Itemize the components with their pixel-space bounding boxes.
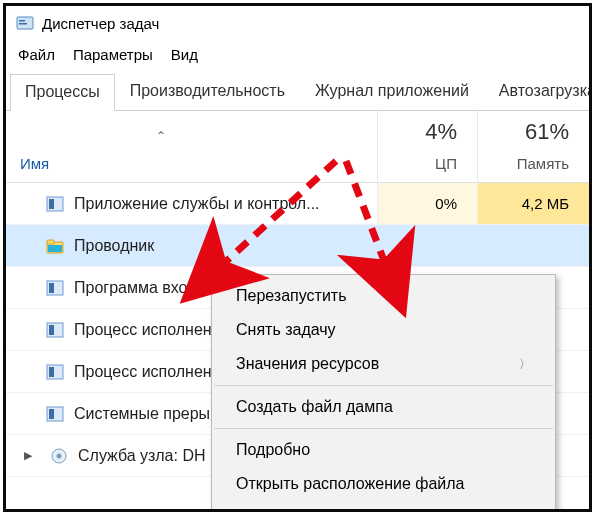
header-mem-label: Память [478, 155, 569, 172]
svg-rect-4 [49, 199, 54, 209]
header-cpu-pct: 4% [378, 119, 457, 145]
separator [214, 385, 553, 386]
app-icon [46, 321, 64, 339]
svg-rect-1 [19, 20, 25, 22]
header-mem-pct: 61% [478, 119, 569, 145]
process-name: Программа входа [74, 279, 205, 297]
mem-cell: 4,2 МБ [477, 183, 589, 224]
app-icon [46, 363, 64, 381]
column-headers: ⌃ Имя 4% ЦП 61% Память [6, 111, 589, 183]
app-icon [46, 279, 64, 297]
header-memory[interactable]: 61% Память [477, 111, 589, 182]
svg-rect-13 [49, 367, 54, 377]
header-name-label: Имя [20, 155, 377, 172]
header-cpu-label: ЦП [378, 155, 457, 172]
tab-app-history[interactable]: Журнал приложений [300, 73, 484, 110]
svg-rect-15 [49, 409, 54, 419]
header-name[interactable]: ⌃ Имя [6, 111, 377, 182]
header-cpu[interactable]: 4% ЦП [377, 111, 477, 182]
svg-rect-2 [19, 23, 27, 25]
table-row[interactable]: Проводник [6, 225, 589, 267]
app-icon [46, 195, 64, 213]
process-name: Служба узла: DH [78, 447, 205, 465]
cpu-cell: 0% [377, 183, 477, 224]
process-name: Процесс исполнения [74, 363, 229, 381]
process-name: Приложение службы и контрол... [74, 195, 320, 213]
tab-strip: Процессы Производительность Журнал прило… [6, 73, 589, 111]
ctx-create-dump[interactable]: Создать файл дампа [212, 390, 555, 424]
menubar: Файл Параметры Вид [6, 40, 589, 73]
process-name: Проводник [74, 237, 154, 255]
tab-performance[interactable]: Производительность [115, 73, 300, 110]
context-menu: Перезапустить Снять задачу Значения ресу… [211, 274, 556, 512]
sort-caret-icon: ⌃ [156, 129, 166, 143]
titlebar: Диспетчер задач [6, 6, 589, 40]
svg-rect-7 [48, 245, 62, 252]
window-title: Диспетчер задач [42, 15, 159, 32]
process-name: Процесс исполнения [74, 321, 229, 339]
ctx-end-task[interactable]: Снять задачу [212, 313, 555, 347]
table-row[interactable]: Приложение службы и контрол... 0% 4,2 МБ [6, 183, 589, 225]
svg-rect-9 [49, 283, 54, 293]
tab-processes[interactable]: Процессы [10, 74, 115, 111]
explorer-icon [46, 237, 64, 255]
ctx-details[interactable]: Подробно [212, 433, 555, 467]
task-manager-icon [16, 14, 34, 32]
gear-icon [50, 447, 68, 465]
tab-startup[interactable]: Автозагрузка [484, 73, 592, 110]
separator [214, 428, 553, 429]
task-manager-window: Диспетчер задач Файл Параметры Вид Проце… [3, 3, 592, 512]
chevron-right-icon[interactable]: ▶ [24, 449, 38, 462]
ctx-search-online[interactable]: Поиск в Интернете [212, 501, 555, 512]
svg-point-17 [57, 453, 62, 458]
menu-view[interactable]: Вид [171, 46, 198, 63]
svg-rect-6 [47, 240, 54, 244]
ctx-open-location[interactable]: Открыть расположение файла [212, 467, 555, 501]
menu-options[interactable]: Параметры [73, 46, 153, 63]
svg-rect-11 [49, 325, 54, 335]
app-icon [46, 405, 64, 423]
chevron-right-icon: 〉 [519, 356, 531, 373]
ctx-restart[interactable]: Перезапустить [212, 279, 555, 313]
menu-file[interactable]: Файл [18, 46, 55, 63]
ctx-resource-values[interactable]: Значения ресурсов〉 [212, 347, 555, 381]
